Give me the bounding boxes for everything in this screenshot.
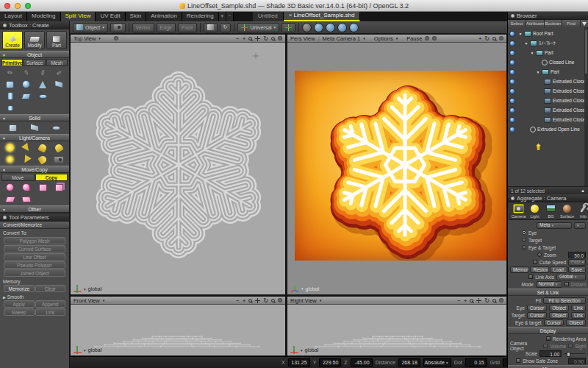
zoom-in-icon[interactable]: + — [243, 297, 246, 304]
workspace-tab[interactable]: Animation — [146, 12, 182, 21]
sight-checkbox[interactable] — [568, 344, 573, 348]
radio-icon[interactable] — [522, 238, 526, 242]
z-value[interactable]: -45.00 — [351, 358, 373, 367]
visibility-sphere-icon[interactable] — [509, 117, 515, 123]
tab-options-button[interactable]: ▾ — [219, 12, 226, 21]
view-options-icon[interactable] — [278, 298, 282, 302]
distant-checkbox[interactable] — [564, 282, 569, 286]
object-type-tab[interactable]: Primitive — [1, 59, 23, 66]
tree-row[interactable]: ▼ Extruded Closed — [508, 86, 588, 96]
set-link-section-bar[interactable]: Set & Link — [508, 289, 588, 296]
visibility-sphere-icon[interactable] — [509, 69, 515, 75]
viewport-title[interactable]: Top View — [74, 35, 96, 42]
copy-translate-icon[interactable] — [2, 182, 18, 193]
curve-tool-icon[interactable]: ✎ — [18, 67, 34, 78]
object-type-tab[interactable]: Mesh — [46, 59, 68, 66]
eye-target-object-button[interactable]: Object — [566, 319, 586, 326]
solid-revolve-icon[interactable] — [46, 122, 67, 133]
aggregate-header[interactable]: Aggregate : Camera — [508, 194, 588, 202]
viewport-title[interactable]: Pers View — [290, 35, 315, 42]
chevron-down-icon[interactable]: ▼ — [536, 70, 540, 74]
memorize-button[interactable]: Memorize — [4, 285, 35, 292]
rendering-area-checkbox[interactable]: ✓ — [546, 336, 551, 341]
chevron-down-icon[interactable]: ▼ — [530, 51, 534, 55]
wedge-primitive-icon[interactable] — [51, 79, 67, 90]
doc-tab-untitled[interactable]: Untitled — [253, 12, 284, 21]
collapse-up-icon[interactable]: ▲ — [581, 188, 585, 193]
aggregate-tab[interactable]: Info — [576, 204, 588, 219]
universal-manipulator-dropdown[interactable]: Universal▾ — [237, 23, 279, 32]
spot-light-icon[interactable] — [18, 142, 34, 153]
close-tab-icon[interactable]: × — [289, 12, 293, 18]
workspace-tab[interactable]: Layout — [0, 12, 27, 21]
safe-zone-checkbox[interactable] — [516, 358, 520, 363]
top-axis-widget[interactable]: ▾global — [74, 285, 101, 293]
camera-select-dropdown[interactable]: Meta Camera 1 — [323, 35, 361, 42]
toolbox-mode-button[interactable]: Create — [2, 31, 23, 49]
toolbox-mode-button[interactable]: Modify — [24, 31, 45, 49]
tree-row[interactable]: ▼ Part — [508, 48, 588, 57]
shadow-toggle-icon[interactable] — [337, 23, 347, 32]
aggregate-tab[interactable]: Camera — [512, 204, 526, 219]
disc-primitive-icon[interactable] — [35, 91, 51, 102]
zoom-region-icon[interactable] — [271, 37, 275, 40]
zoom-out-icon[interactable]: − — [457, 297, 461, 304]
viewport-title[interactable]: Front View — [74, 297, 100, 304]
tree-row[interactable]: ▼ Root Part — [508, 29, 588, 38]
rotate-tool-button[interactable]: ↻ — [220, 23, 232, 32]
copy-array-icon[interactable] — [51, 182, 67, 193]
browser-tab[interactable]: Find — [562, 20, 581, 27]
target-object-button[interactable]: Object — [549, 312, 569, 319]
smooth-label[interactable]: ▶ Smooth — [0, 293, 69, 300]
line-tool-icon[interactable]: ✎ — [2, 67, 18, 78]
visibility-sphere-icon[interactable] — [509, 31, 515, 37]
tab-collapse-button[interactable]: − — [226, 12, 234, 21]
right-axis-widget[interactable]: ▾global — [290, 346, 318, 354]
dot-value[interactable]: 0.15 — [465, 358, 487, 367]
circle-tool-icon[interactable]: ✎ — [51, 67, 67, 78]
tree-row[interactable]: ▼ ｽﾉｰﾌﾚｰｸ — [508, 38, 588, 48]
move-copy-tab[interactable]: Copy — [35, 174, 68, 181]
tree-row[interactable]: ▼ Part — [508, 67, 588, 77]
magnifier-icon[interactable] — [248, 37, 252, 40]
rotate-view-icon[interactable]: ↻ — [484, 297, 490, 304]
camera-lock-icon[interactable] — [114, 36, 118, 40]
fit-to-selection-button[interactable]: Fit to Selection — [543, 297, 586, 304]
browser-tab[interactable]: Select — [508, 20, 526, 27]
meta-dropdown[interactable]: Meta▾ — [537, 222, 572, 229]
wireframe-toggle-icon[interactable] — [314, 23, 323, 32]
eye-cursor-button[interactable]: Cursor — [527, 305, 548, 311]
panel-collapse-icon[interactable] — [3, 24, 7, 27]
gear-icon[interactable] — [425, 36, 429, 40]
coordinate-mode-dropdown[interactable]: Absolute▾ — [423, 358, 451, 367]
rect-tool-icon[interactable]: ✎ — [35, 67, 51, 78]
memory-button[interactable]: Memory — [510, 266, 529, 273]
visibility-sphere-icon[interactable] — [509, 127, 515, 132]
eye-target-cursor-button[interactable]: Cursor — [544, 319, 564, 326]
target-link-button[interactable]: Link — [571, 312, 586, 319]
convert-button[interactable]: Pseudo Polygon — [4, 261, 65, 269]
volume-checkbox[interactable] — [543, 344, 548, 348]
smooth-button[interactable]: Append — [35, 300, 66, 308]
visibility-sphere-icon[interactable] — [509, 60, 515, 66]
object-mode-dropdown[interactable]: Object▾ — [73, 23, 108, 32]
rotate-view-icon[interactable]: ↻ — [263, 297, 268, 304]
other-section-bar[interactable]: ▼Other — [0, 205, 69, 213]
tree-row[interactable]: ▼ Extruded Closed — [508, 105, 588, 115]
copy-rotate-icon[interactable] — [18, 182, 34, 193]
magnifier-icon[interactable] — [492, 37, 496, 40]
pers-axis-widget[interactable]: ▾global — [290, 284, 319, 293]
solid-sweep-icon[interactable] — [24, 122, 46, 133]
radio-icon[interactable] — [537, 252, 542, 257]
clear-button[interactable]: Clear — [35, 285, 66, 292]
toolbox-mode-button[interactable]: Part — [46, 31, 67, 49]
tube-primitive-icon[interactable] — [2, 102, 18, 113]
browser-header[interactable]: Browser — [508, 12, 588, 20]
scale-value-field[interactable]: 1.00 — [539, 350, 562, 357]
copy-shear-icon[interactable] — [2, 194, 18, 205]
visibility-sphere-icon[interactable] — [509, 40, 515, 46]
object-type-tab[interactable]: Surface — [24, 59, 45, 66]
zoom-region-icon[interactable] — [271, 299, 275, 302]
zoom-region-icon[interactable] — [492, 299, 496, 302]
zoom-out-icon[interactable]: − — [236, 35, 240, 42]
